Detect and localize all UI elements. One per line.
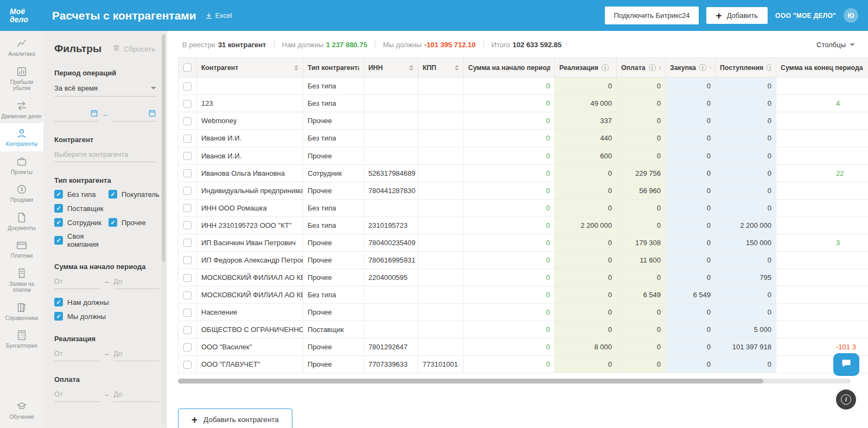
info-icon[interactable]: i — [602, 64, 609, 71]
table-row[interactable]: Иванова Ольга ИвановнаСотрудник526317984… — [178, 164, 868, 182]
row-checkbox[interactable] — [183, 291, 192, 299]
columns-toggle[interactable]: Столбцы — [816, 41, 855, 49]
sidebar-item-payment-requests[interactable]: Заявки на платеж — [0, 263, 43, 297]
table-row[interactable]: ООО "ГЛАВУЧЕТ"Прочее77073396337731010010… — [178, 356, 868, 373]
add-button[interactable]: + Добавить — [706, 7, 768, 24]
table-row[interactable]: ОБЩЕСТВО С ОГРАНИЧЕННОЙ ОТВЕТПоставщик00… — [178, 321, 868, 338]
avatar[interactable]: Ю — [844, 8, 858, 23]
payment-from-input[interactable] — [54, 387, 100, 402]
table-row[interactable]: НаселениеПрочее00000 — [178, 304, 868, 321]
date-from-field[interactable] — [54, 107, 98, 122]
add-counterparty-button[interactable]: + Добавить контрагента — [178, 408, 292, 428]
row-checkbox[interactable] — [183, 152, 192, 160]
row-checkbox[interactable] — [183, 361, 192, 369]
table-row[interactable]: ИНН ООО РомашкаБез типа00000 — [178, 199, 868, 216]
row-checkbox[interactable] — [183, 221, 192, 229]
row-checkbox[interactable] — [183, 187, 192, 195]
table-row[interactable]: WebmoneyПрочее0337000 — [178, 112, 868, 130]
info-icon[interactable]: i — [699, 64, 706, 71]
sidebar-item-payments[interactable]: Платежи — [0, 235, 43, 263]
debt-checkbox[interactable]: ✓Нам должны — [54, 298, 156, 306]
table-row[interactable]: Иванов И.И.Прочее0600000 — [178, 147, 868, 164]
horizontal-scrollbar-thumb[interactable] — [178, 379, 763, 384]
info-button[interactable]: i — [836, 389, 856, 410]
sort-icon[interactable] — [294, 65, 298, 71]
select-all-checkbox[interactable] — [183, 63, 192, 72]
period-select[interactable]: За всё время — [54, 80, 156, 97]
row-checkbox[interactable] — [183, 309, 192, 317]
sidebar-item-sales[interactable]: $Продажи — [0, 179, 43, 207]
app-logo[interactable]: Моё дело — [10, 8, 43, 23]
counterparty-input[interactable] — [54, 147, 156, 162]
column-header[interactable]: КПП — [418, 58, 464, 78]
counterparty-type-checkbox[interactable]: ✓Поставщик — [54, 204, 107, 213]
sidebar-item-documents[interactable]: Документы — [0, 207, 43, 235]
table-row[interactable]: Индивидуальный предприниматель СПрочее78… — [178, 182, 868, 199]
counterparty-type-checkbox[interactable]: ✓Сотрудник — [54, 218, 107, 227]
row-checkbox[interactable] — [183, 135, 192, 143]
sort-icon[interactable] — [409, 65, 413, 71]
row-checkbox[interactable] — [183, 82, 192, 91]
sidebar-item-accounting[interactable]: Бухгалтерия — [0, 325, 43, 353]
sidebar-item-directories[interactable]: Справочники — [0, 297, 43, 325]
calendar-icon[interactable] — [148, 109, 156, 119]
table-row[interactable]: ИП Федоров Александр ПетровичПрочее78061… — [178, 251, 868, 269]
table-row[interactable]: ИНН 2310195723 ООО "КТ"Без типа231019572… — [178, 216, 868, 234]
sidebar-item-counterparties[interactable]: Контрагенты — [0, 123, 43, 151]
row-checkbox[interactable] — [183, 274, 192, 282]
table-row[interactable]: ООО "Василек"Прочее780129264708 00000101… — [178, 338, 868, 356]
sort-icon[interactable] — [455, 65, 459, 71]
table-row[interactable]: 123Без типа049 0000004 — [178, 95, 868, 112]
chat-button[interactable] — [833, 353, 859, 376]
row-checkbox[interactable] — [183, 204, 192, 212]
column-header[interactable]: Закупкаi — [666, 58, 716, 78]
column-header[interactable]: Сумма на начало периода — [464, 58, 555, 78]
info-icon[interactable]: i — [767, 64, 771, 71]
table-row[interactable]: МОСКОВСКИЙ ФИЛИАЛ АО КБ "МОДУПрочее22040… — [178, 269, 868, 286]
column-header[interactable]: Сумма на конец периода — [776, 58, 868, 78]
realization-from-input[interactable] — [54, 346, 100, 361]
row-checkbox[interactable] — [183, 117, 192, 125]
date-from-input[interactable] — [54, 110, 86, 118]
payment-to-input[interactable] — [113, 387, 159, 402]
row-checkbox[interactable] — [183, 169, 192, 177]
row-checkbox[interactable] — [183, 100, 192, 108]
sidebar-item-profit-loss[interactable]: Прибыли убытки — [0, 61, 43, 95]
realization-to-input[interactable] — [113, 346, 159, 361]
excel-export-link[interactable]: Excel — [205, 12, 232, 20]
date-to-field[interactable] — [112, 107, 156, 122]
table-row[interactable]: ИП Васичкин Иван ПетровичПрочее780400235… — [178, 234, 868, 251]
filters-scrollbar[interactable] — [162, 34, 165, 262]
row-checkbox[interactable] — [183, 343, 192, 352]
start-sum-from-input[interactable] — [54, 274, 100, 289]
column-header[interactable]: Поступленияi — [716, 58, 776, 78]
row-checkbox[interactable] — [183, 256, 192, 264]
bitrix-connect-button[interactable]: Подключить Битрикс24 — [605, 7, 698, 24]
debt-checkbox[interactable]: ✓Мы должны — [54, 312, 156, 321]
sidebar-item-training[interactable]: Обучение — [0, 396, 43, 424]
column-header[interactable]: Оплатаi — [617, 58, 666, 78]
sidebar-item-projects[interactable]: Проекты — [0, 151, 43, 180]
counterparty-type-checkbox[interactable]: ✓Своя компания — [54, 232, 107, 248]
row-checkbox[interactable] — [183, 239, 192, 247]
start-sum-to-input[interactable] — [113, 274, 159, 289]
table-row[interactable]: Без типа00000 — [178, 78, 868, 95]
sort-icon[interactable] — [710, 65, 711, 71]
date-to-input[interactable] — [112, 110, 144, 118]
info-icon[interactable]: i — [649, 64, 656, 71]
counterparty-type-checkbox[interactable]: ✓Прочее — [108, 218, 159, 227]
table-row[interactable]: МОСКОВСКИЙ ФИЛИАЛ АО КБ "МОДУБез типа006… — [178, 286, 868, 304]
horizontal-scrollbar-track[interactable] — [178, 379, 851, 384]
column-header[interactable]: Тип контрагента — [303, 58, 364, 78]
column-header[interactable]: Реализацияi — [555, 58, 617, 78]
sidebar-item-analytics[interactable]: Аналитика — [0, 33, 43, 61]
company-name[interactable]: ООО "МОЕ ДЕЛО" — [775, 12, 836, 20]
column-header[interactable]: Контрагент — [197, 58, 303, 78]
sidebar-item-money-flow[interactable]: Движение денег — [0, 95, 43, 124]
sort-icon[interactable] — [659, 65, 661, 71]
counterparty-type-checkbox[interactable]: ✓Без типа — [54, 190, 107, 199]
reset-filters-button[interactable]: Сбросить — [112, 44, 155, 54]
column-header[interactable]: ИНН — [364, 58, 418, 78]
counterparty-type-checkbox[interactable]: ✓Покупатель — [108, 190, 159, 199]
calendar-icon[interactable] — [90, 109, 98, 119]
